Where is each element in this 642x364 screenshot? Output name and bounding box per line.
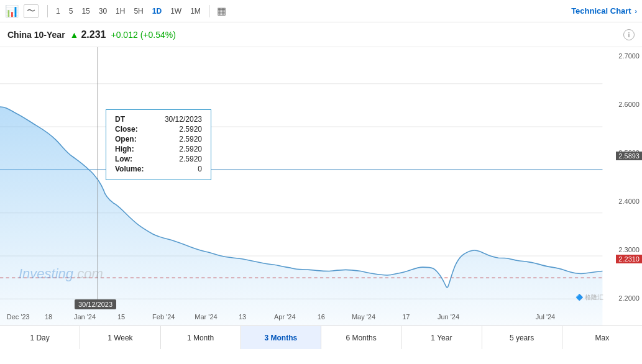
time-btn-1[interactable]: 1 bbox=[52, 6, 64, 17]
nav-btn-1year[interactable]: 1 Year bbox=[401, 326, 482, 349]
tooltip-close-label: Close: bbox=[115, 125, 138, 134]
cursor-line bbox=[98, 47, 98, 307]
x-label-17: 17 bbox=[402, 313, 410, 321]
tooltip-row-open: Open: 2.5920 bbox=[115, 135, 202, 143]
x-label-13: 13 bbox=[239, 313, 246, 321]
time-btn-1d[interactable]: 1D bbox=[149, 6, 165, 17]
y-axis: 2.7000 2.6000 2.5000 2.4000 2.3000 2.200… bbox=[606, 47, 642, 307]
nav-btn-3months[interactable]: 3 Months bbox=[241, 326, 321, 349]
tooltip-row-low: Low: 2.5920 bbox=[115, 155, 202, 163]
chart-container: Investing.com 30/12/2023 DT 30/12/2023 C… bbox=[0, 47, 642, 325]
grid-icon[interactable]: ▦ bbox=[217, 5, 226, 17]
time-btn-5h[interactable]: 5H bbox=[130, 6, 147, 17]
price-chart bbox=[0, 47, 642, 325]
x-label-15: 15 bbox=[117, 313, 125, 321]
tooltip-dt-value: 30/12/2023 bbox=[165, 115, 202, 124]
tooltip-volume-label: Volume: bbox=[115, 165, 144, 173]
y-label-5: 2.3000 bbox=[608, 246, 640, 253]
tooltip-box: DT 30/12/2023 Close: 2.5920 Open: 2.5920… bbox=[106, 109, 211, 180]
x-label-dec23: Dec '23 bbox=[7, 313, 30, 321]
x-label-jun24: Jun '24 bbox=[438, 313, 459, 321]
x-label-mar24: Mar '24 bbox=[195, 313, 217, 321]
x-label-jul24: Jul '24 bbox=[536, 313, 555, 321]
time-btn-5[interactable]: 5 bbox=[65, 6, 77, 17]
y-label-1: 2.7000 bbox=[608, 52, 640, 60]
y-label-2: 2.6000 bbox=[608, 101, 640, 108]
tooltip-row-dt: DT 30/12/2023 bbox=[115, 115, 202, 124]
nav-btn-1week[interactable]: 1 Week bbox=[80, 326, 160, 349]
nav-btn-1day[interactable]: 1 Day bbox=[0, 326, 80, 349]
tooltip-high-label: High: bbox=[115, 145, 134, 153]
x-label-apr24: Apr '24 bbox=[274, 313, 296, 321]
x-label-feb24: Feb '24 bbox=[152, 313, 175, 321]
nav-btn-6months[interactable]: 6 Months bbox=[321, 326, 401, 349]
logo-corner: 🔷 格隆汇 bbox=[576, 293, 603, 302]
toolbar: 📊 〜 1 5 15 30 1H 5H 1D 1W 1M ▦ Technical… bbox=[0, 0, 642, 22]
tech-chart-button[interactable]: Technical Chart › bbox=[571, 6, 637, 16]
tooltip-row-close: Close: 2.5920 bbox=[115, 125, 202, 134]
tooltip-open-value: 2.5920 bbox=[179, 135, 202, 143]
chevron-right-icon: › bbox=[635, 7, 637, 15]
time-btn-1w[interactable]: 1W bbox=[167, 6, 185, 17]
bottom-nav: 1 Day 1 Week 1 Month 3 Months 6 Months 1… bbox=[0, 325, 642, 349]
line-chart-icon[interactable]: 〜 bbox=[24, 4, 39, 18]
y-label-6: 2.2000 bbox=[608, 294, 640, 302]
time-btn-15[interactable]: 15 bbox=[78, 6, 93, 17]
info-icon[interactable]: i bbox=[623, 29, 635, 40]
tooltip-high-value: 2.5920 bbox=[179, 145, 202, 153]
tooltip-row-volume: Volume: 0 bbox=[115, 165, 202, 173]
price-change: +0.012 (+0.54%) bbox=[111, 30, 176, 40]
x-label-18: 18 bbox=[45, 313, 52, 321]
time-btn-1m[interactable]: 1M bbox=[186, 6, 204, 17]
tooltip-volume-value: 0 bbox=[198, 165, 202, 173]
tooltip-low-value: 2.5920 bbox=[179, 155, 202, 163]
price-indicator-grey: 2.5893 bbox=[616, 152, 642, 160]
y-label-4: 2.4000 bbox=[608, 198, 640, 205]
cursor-date-label: 30/12/2023 bbox=[75, 299, 116, 309]
asset-name: China 10-Year bbox=[7, 30, 65, 40]
separator bbox=[47, 5, 48, 17]
tooltip-dt-label: DT bbox=[115, 115, 125, 124]
title-bar: China 10-Year ▲ 2.231 +0.012 (+0.54%) i bbox=[0, 22, 642, 47]
nav-btn-5years[interactable]: 5 years bbox=[482, 326, 562, 349]
price-arrow-icon: ▲ bbox=[70, 30, 79, 40]
candlestick-icon[interactable]: 📊 bbox=[5, 4, 19, 18]
tooltip-close-value: 2.5920 bbox=[179, 125, 202, 134]
tooltip-row-high: High: 2.5920 bbox=[115, 145, 202, 153]
x-axis: Dec '23 18 Jan '24 15 Feb '24 Mar '24 13… bbox=[0, 308, 606, 325]
time-btn-1h[interactable]: 1H bbox=[112, 6, 129, 17]
tooltip-low-label: Low: bbox=[115, 155, 132, 163]
x-label-16: 16 bbox=[318, 313, 325, 321]
time-btn-30[interactable]: 30 bbox=[95, 6, 111, 17]
tooltip-open-label: Open: bbox=[115, 135, 137, 143]
price-indicator-red: 2.2310 bbox=[616, 255, 642, 263]
nav-btn-max[interactable]: Max bbox=[562, 326, 642, 349]
x-label-may24: May '24 bbox=[352, 313, 375, 321]
nav-btn-1month[interactable]: 1 Month bbox=[161, 326, 241, 349]
price-value: 2.231 bbox=[81, 29, 106, 40]
x-label-jan24: Jan '24 bbox=[74, 313, 96, 321]
separator-2 bbox=[209, 5, 209, 17]
